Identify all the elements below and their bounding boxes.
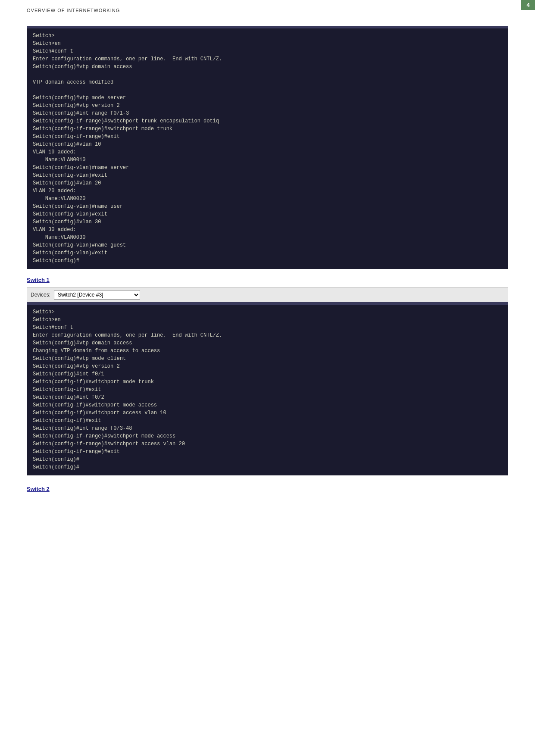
devices-label: Devices: <box>31 292 50 298</box>
device-select[interactable]: Switch2 [Device #3] <box>54 290 140 300</box>
terminal-block-2: Switch> Switch>en Switch#conf t Enter co… <box>27 302 508 475</box>
terminal-top-bar-2 <box>27 302 508 305</box>
terminal-block-1: Switch> Switch>en Switch#conf t Enter co… <box>27 26 508 269</box>
switch1-section: Switch 1 Devices: Switch2 [Device #3] Sw… <box>27 277 508 475</box>
switch1-label[interactable]: Switch 1 <box>27 277 508 283</box>
device-selector-row: Devices: Switch2 [Device #3] <box>27 287 508 302</box>
terminal-top-bar-1 <box>27 26 508 28</box>
switch2-label[interactable]: Switch 2 <box>27 486 508 492</box>
terminal-text-1: Switch> Switch>en Switch#conf t Enter co… <box>33 32 502 265</box>
page-number: 4 <box>521 0 535 10</box>
content-area: Switch> Switch>en Switch#conf t Enter co… <box>27 26 508 497</box>
terminal-text-2: Switch> Switch>en Switch#conf t Enter co… <box>33 308 502 471</box>
page-header: OVERVIEW OF INTERNETWORKING <box>27 8 120 13</box>
